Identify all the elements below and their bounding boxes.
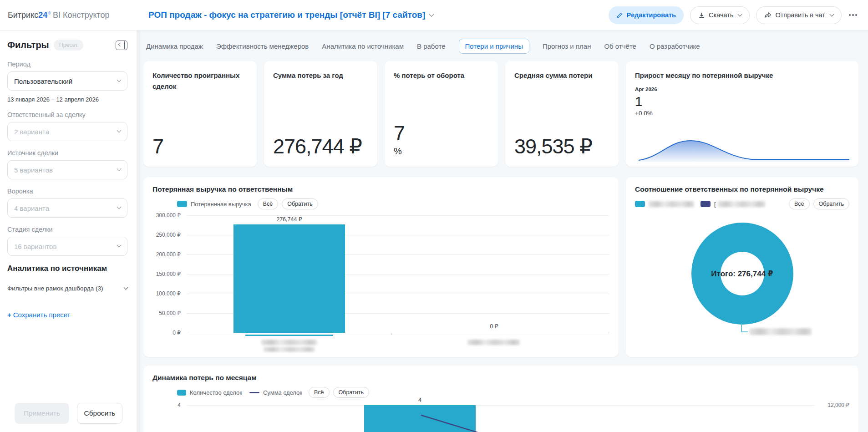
- y-tick: 0 ₽: [152, 330, 181, 336]
- top-header: Битрикс24®BI Конструктор РОП продаж - фо…: [0, 0, 868, 30]
- preset-badge: Пресет: [54, 40, 83, 51]
- tab-losses-and-reasons[interactable]: Потери и причины: [459, 39, 529, 54]
- kpi-monthly-growth: Прирост месяцу по потерянной выручке Apr…: [626, 61, 858, 167]
- legend-label[interactable]: Потеряннная выручка: [191, 201, 251, 208]
- more-options-button[interactable]: [848, 11, 858, 19]
- send-to-chat-button[interactable]: Отправить в чат: [756, 6, 842, 24]
- y-tick: 300,000 ₽: [152, 212, 181, 219]
- registered-icon: ®: [48, 11, 51, 15]
- dashboard-tabs: Динамика продаж Эффективность менеджеров…: [146, 38, 858, 54]
- pencil-icon: [616, 12, 623, 19]
- donut-chart-area: Итого: 276,744 ₽: [635, 210, 849, 342]
- legend-invert-button[interactable]: Обратить: [813, 198, 849, 209]
- kpi-value: 7: [152, 136, 248, 157]
- external-filters-label: Фильтры вне рамок дашборда (3): [7, 285, 103, 292]
- stage-value: 16 вариантов: [14, 243, 56, 250]
- responsible-share-donut-card: Соотношение ответственных по потерянной …: [626, 177, 858, 357]
- edit-button[interactable]: Редактировать: [609, 6, 684, 24]
- y-tick: 150,000 ₽: [152, 271, 181, 277]
- download-icon: [698, 12, 705, 19]
- callout-line: [741, 324, 742, 332]
- brand-logo: Битрикс24®BI Конструктор: [0, 10, 140, 20]
- kpi-value: 276,744 ₽: [273, 136, 368, 157]
- filter-label-funnel: Воронка: [7, 188, 127, 195]
- chart-title: Соотношение ответственных по потерянной …: [635, 185, 849, 193]
- kpi-title: Прирост месяцу по потерянной выручке: [635, 70, 849, 81]
- stage-select[interactable]: 16 вариантов: [7, 237, 127, 256]
- kpi-value: 1: [635, 94, 849, 109]
- kpi-period-label: Apr 2026: [635, 86, 849, 92]
- kpi-title: Средняя сумма потери: [514, 70, 609, 81]
- lost-revenue-bar-chart-card: Потерянная выручка по ответственным Поте…: [143, 177, 619, 357]
- source-value: 5 вариантов: [14, 166, 53, 174]
- legend-all-button[interactable]: Всё: [258, 198, 279, 209]
- legend-label-prefix: [: [714, 201, 716, 208]
- apply-button[interactable]: Применить: [15, 403, 69, 424]
- chevron-down-icon: [117, 243, 122, 248]
- bar-chart-plot: 300,000 ₽ 250,000 ₽ 200,000 ₽ 150,000 ₽ …: [152, 215, 609, 333]
- legend-label[interactable]: Количество сделок: [190, 389, 242, 396]
- legend-all-button[interactable]: Всё: [309, 387, 330, 398]
- donut-center-label: Итого: 276,744 ₽: [711, 269, 773, 279]
- brand-24: 24: [38, 10, 47, 20]
- legend-invert-button[interactable]: Обратить: [282, 198, 318, 209]
- chevron-down-icon: [117, 78, 122, 82]
- responsible-select[interactable]: 2 варианта: [7, 122, 127, 141]
- chart-title: Динамика потерь по месяцам: [152, 374, 849, 382]
- legend-swatch[interactable]: [177, 390, 186, 396]
- period-select[interactable]: Пользовательский: [7, 71, 127, 91]
- kpi-average-loss: Средняя сумма потери 39,535 ₽: [505, 61, 619, 167]
- legend-all-button[interactable]: Всё: [789, 198, 810, 209]
- blurred-label: [264, 347, 315, 352]
- tab-in-progress[interactable]: В работе: [417, 42, 446, 50]
- save-preset-link[interactable]: +Сохранить пресет: [7, 311, 71, 319]
- save-preset-label: Сохранить пресет: [13, 311, 71, 319]
- filter-label-stage: Стадия сделки: [7, 226, 127, 233]
- charts-row: Потерянная выручка по ответственным Поте…: [143, 177, 858, 357]
- kpi-unit: %: [394, 146, 489, 157]
- monthly-dynamics-chart-card: Динамика потерь по месяцам Количество сд…: [143, 366, 858, 432]
- blurred-label: [467, 340, 520, 345]
- legend-line-swatch[interactable]: [249, 392, 259, 393]
- chevron-down-icon: [117, 167, 122, 171]
- tab-sales-dynamics[interactable]: Динамика продаж: [146, 42, 203, 50]
- legend-invert-button[interactable]: Обратить: [333, 387, 369, 398]
- chevron-down-icon: [117, 128, 122, 133]
- send-to-chat-label: Отправить в чат: [775, 11, 825, 19]
- funnel-value: 4 варианта: [14, 204, 49, 212]
- share-icon: [764, 12, 772, 19]
- chevron-down-icon: [124, 285, 128, 290]
- report-title-dropdown[interactable]: РОП продаж - фокус на стратегию и тренды…: [140, 10, 609, 20]
- legend-swatch[interactable]: [177, 201, 187, 207]
- tab-source-analytics[interactable]: Аналитика по источникам: [322, 42, 404, 50]
- download-button[interactable]: Скачать: [690, 6, 750, 24]
- tab-forecast-and-plan[interactable]: Прогноз и план: [543, 42, 591, 50]
- blurred-label: [718, 201, 765, 207]
- legend-swatch[interactable]: [635, 201, 645, 207]
- edit-button-label: Редактировать: [627, 11, 676, 19]
- kpi-lost-deals-count: Количество проигранных сделок 7: [143, 61, 257, 167]
- blurred-label: [750, 328, 812, 335]
- funnel-select[interactable]: 4 варианта: [7, 198, 127, 218]
- legend-label[interactable]: Сумма сделок: [263, 389, 302, 396]
- blurred-label: [261, 340, 317, 345]
- callout-line: [741, 331, 748, 332]
- filters-sidebar: Фильтры Пресет Период Пользовательский 1…: [0, 30, 140, 432]
- kpi-title: % потерь от оборота: [394, 70, 489, 81]
- chevron-down-icon: [429, 11, 434, 16]
- legend-swatch[interactable]: [700, 201, 711, 207]
- dashboard-content: Динамика продаж Эффективность менеджеров…: [140, 30, 868, 432]
- chart-legend: [ Всё Обратить: [635, 198, 849, 210]
- y-tick: 200,000 ₽: [152, 251, 181, 258]
- source-select[interactable]: 5 вариантов: [7, 160, 127, 179]
- sidebar-scrollbar[interactable]: [137, 30, 140, 432]
- monthly-row: Динамика потерь по месяцам Количество сд…: [143, 366, 858, 432]
- tab-about-developer[interactable]: О разработчике: [650, 42, 700, 50]
- reset-button[interactable]: Сбросить: [77, 403, 122, 424]
- tab-about-report[interactable]: Об отчёте: [604, 42, 636, 50]
- external-filters-toggle[interactable]: Фильтры вне рамок дашборда (3): [7, 285, 127, 292]
- collapse-sidebar-icon[interactable]: [116, 41, 127, 50]
- kpi-title: Количество проигранных сделок: [152, 70, 248, 92]
- tab-manager-efficiency[interactable]: Эффективность менеджеров: [216, 42, 309, 50]
- header-actions: Редактировать Скачать Отправить в чат: [609, 6, 868, 24]
